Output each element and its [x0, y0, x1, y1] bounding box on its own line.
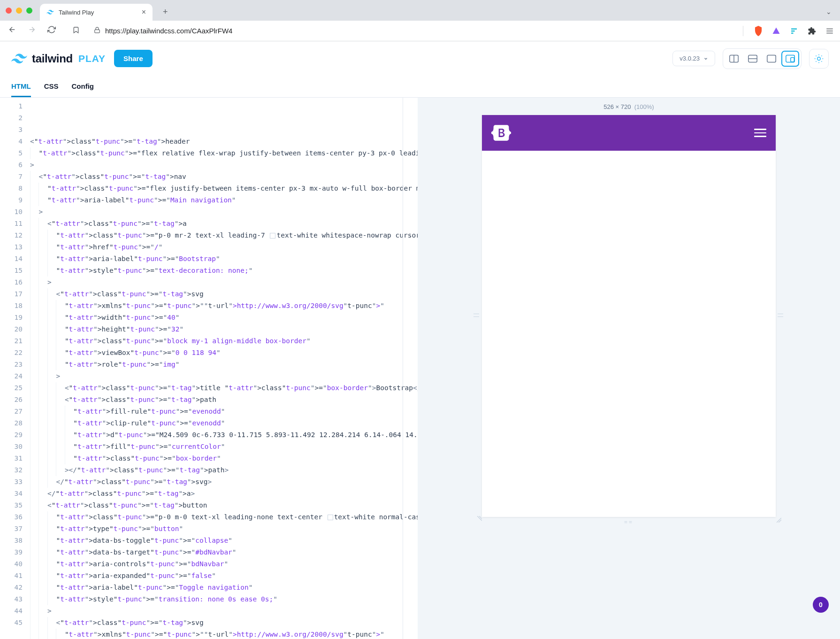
- logo-suffix: PLAY: [78, 53, 106, 64]
- svg-line-19: [821, 55, 822, 56]
- svg-line-14: [816, 55, 817, 56]
- svg-line-15: [821, 61, 822, 62]
- new-tab-button[interactable]: +: [161, 5, 170, 19]
- dims-text: 526 × 720: [603, 103, 631, 110]
- chevron-down-icon[interactable]: ⌄: [823, 5, 834, 18]
- version-selector[interactable]: v3.0.23: [672, 51, 715, 66]
- code-editor[interactable]: 1234567891011121314151617181920212223242…: [0, 98, 418, 639]
- line-gutter: 1234567891011121314151617181920212223242…: [0, 98, 28, 639]
- svg-point-11: [817, 57, 821, 60]
- browser-toolbar: https://play.tailwindcss.com/CAaxPlrFW4: [0, 21, 840, 41]
- resize-handle-right[interactable]: ||: [778, 307, 784, 325]
- share-button[interactable]: Share: [114, 50, 153, 67]
- tailwind-logo-icon: [11, 54, 27, 64]
- svg-rect-8: [767, 55, 776, 62]
- extensions-puzzle-icon[interactable]: [807, 26, 817, 36]
- preview-dimensions: 526 × 720 (100%): [603, 98, 654, 115]
- separator: [743, 26, 743, 36]
- resize-handle-left[interactable]: ||: [473, 307, 480, 325]
- extension-triangle-icon[interactable]: [771, 26, 781, 36]
- hamburger-menu-icon[interactable]: [754, 129, 766, 137]
- tab-close-icon[interactable]: ×: [142, 8, 146, 16]
- browser-tabstrip: Tailwind Play × + ⌄: [0, 0, 840, 21]
- reload-button[interactable]: [45, 25, 58, 36]
- resize-corner-br[interactable]: [775, 516, 782, 524]
- svg-rect-0: [95, 30, 100, 32]
- preview-navbar: [482, 115, 776, 151]
- svg-rect-10: [791, 57, 794, 62]
- logo[interactable]: tailwindPLAY: [11, 52, 106, 65]
- browser-tab-title: Tailwind Play: [59, 9, 137, 16]
- main-split: 1234567891011121314151617181920212223242…: [0, 98, 840, 639]
- tailwind-favicon-icon: [46, 8, 54, 16]
- logo-word: tailwind: [32, 52, 73, 65]
- wrap-guide: [403, 98, 403, 639]
- resize-corner-bl[interactable]: [475, 516, 483, 524]
- preview-pane: 526 × 720 (100%) || || ==: [418, 98, 840, 639]
- address-bar[interactable]: https://play.tailwindcss.com/CAaxPlrFW4: [65, 26, 734, 35]
- extension-bars-icon[interactable]: [789, 26, 799, 36]
- svg-line-18: [816, 61, 817, 62]
- layout-horizontal-button[interactable]: [744, 51, 762, 67]
- lock-icon[interactable]: [94, 27, 100, 35]
- layout-preview-button[interactable]: [763, 51, 780, 67]
- window-zoom-icon[interactable]: [26, 8, 32, 14]
- back-button[interactable]: [6, 25, 19, 36]
- layout-vertical-button[interactable]: [725, 51, 743, 67]
- app-header: tailwindPLAY Share v3.0.23: [0, 41, 840, 76]
- theme-toggle-button[interactable]: [809, 49, 829, 69]
- window-controls: [6, 8, 32, 14]
- browser-menu-icon[interactable]: [825, 26, 834, 36]
- url-text: https://play.tailwindcss.com/CAaxPlrFW4: [105, 27, 232, 35]
- svg-rect-9: [786, 55, 794, 62]
- bookmark-icon[interactable]: [72, 26, 80, 35]
- dims-percent: (100%): [634, 103, 654, 110]
- window-close-icon[interactable]: [6, 8, 12, 14]
- sun-icon: [814, 54, 824, 63]
- code-content[interactable]: <"t-attr">class"t-punc">="t-tag">header …: [28, 98, 418, 639]
- tab-css[interactable]: CSS: [44, 82, 59, 97]
- preview-frame: [482, 115, 776, 517]
- preview-frame-wrap: || || ==: [482, 115, 776, 517]
- chevron-down-icon: [703, 56, 708, 61]
- window-minimize-icon[interactable]: [16, 8, 22, 14]
- version-label: v3.0.23: [680, 55, 700, 62]
- error-count-badge[interactable]: 0: [813, 597, 829, 613]
- tab-html[interactable]: HTML: [11, 82, 31, 97]
- code-tabs: HTML CSS Config: [0, 76, 840, 98]
- browser-tab[interactable]: Tailwind Play ×: [40, 4, 153, 21]
- tab-config[interactable]: Config: [72, 82, 94, 97]
- resize-handle-bottom[interactable]: ==: [619, 519, 638, 525]
- brave-shield-icon[interactable]: [754, 26, 763, 36]
- layout-responsive-button[interactable]: [781, 51, 799, 67]
- layout-switcher: [723, 48, 802, 69]
- forward-button[interactable]: [25, 25, 38, 36]
- bootstrap-logo-icon[interactable]: [491, 124, 511, 141]
